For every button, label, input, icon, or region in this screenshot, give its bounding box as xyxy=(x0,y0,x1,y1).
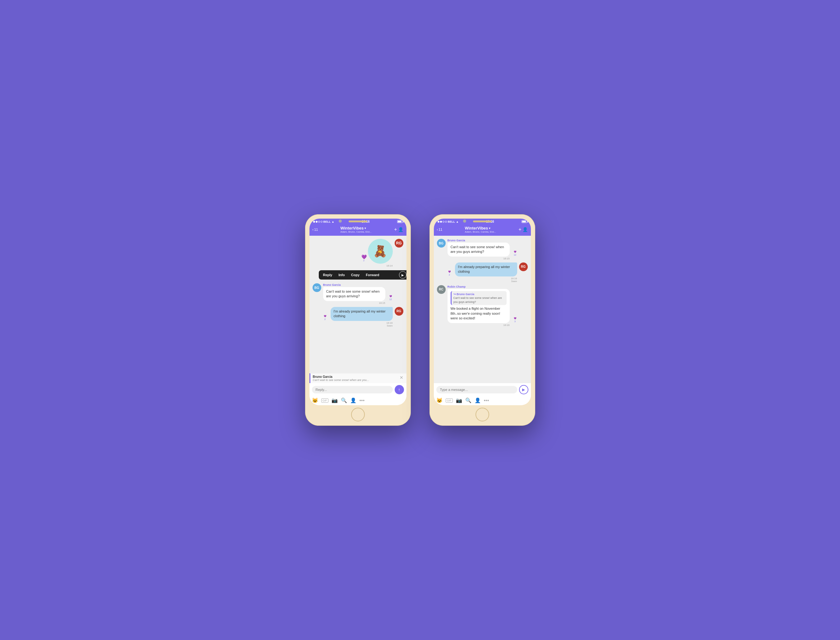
phone-2: BELL ▲ 16:16 ‹ 11 WinterVibe xyxy=(429,214,535,426)
camera-icon-1[interactable]: 📷 xyxy=(331,397,338,403)
person-icon-toolbar-1[interactable]: 👤 xyxy=(350,397,357,403)
bubble-wrapper-robin-2: Robin Champ ↪ Bruno Garcia Can't wait to… xyxy=(448,285,510,326)
bubble-wrapper-outgoing-2: I'm already preparing all my winter clot… xyxy=(455,262,517,283)
title-chevron-2: ▾ xyxy=(489,227,490,230)
dot-5 xyxy=(438,221,440,222)
message-input-2[interactable] xyxy=(436,386,517,394)
input-bar-1: ↑ xyxy=(309,383,406,396)
status-right-2 xyxy=(522,220,527,223)
search-icon-2[interactable]: 🔍 xyxy=(465,397,472,403)
sticker-like-1[interactable]: 💜 2 xyxy=(362,254,366,262)
play-button[interactable]: ▶ xyxy=(399,271,406,278)
avatar-robin-2: RC xyxy=(437,285,446,294)
message-row-bruno-2: BG Bruno Garcia Can't wait to see some s… xyxy=(437,239,528,260)
add-contact-button-1[interactable]: + 👤 xyxy=(394,227,403,232)
emoji-icon-1[interactable]: 😺 xyxy=(312,397,318,403)
sender-name-bruno-2: Bruno Garcia xyxy=(448,239,510,242)
quote-sender-robin: ↪ Bruno Garcia xyxy=(453,292,505,296)
like-count-outgoing-1: 2 xyxy=(324,318,326,321)
chat-area-2[interactable]: BG Bruno Garcia Can't wait to see some s… xyxy=(434,236,531,383)
dot-7 xyxy=(443,221,445,222)
chat-title-2[interactable]: WinterVibes ▾ xyxy=(465,226,496,230)
status-right-1 xyxy=(397,220,403,223)
sticker-avatar-1: RG xyxy=(395,239,403,248)
title-chevron-1: ▾ xyxy=(365,227,366,230)
like-bruno-2[interactable]: 💜 12 xyxy=(514,250,517,256)
heart-bruno-1: 💜 xyxy=(389,295,392,298)
send-button-1[interactable]: ↑ xyxy=(395,385,404,394)
message-row-robin-2: RC Robin Champ ↪ Bruno Garcia Can't wait… xyxy=(437,285,528,326)
dot-1 xyxy=(313,221,315,222)
dot-2 xyxy=(316,221,318,222)
sticker-time-1: 16:14 xyxy=(312,264,393,267)
add-contact-button-2[interactable]: + 👤 xyxy=(518,227,528,232)
status-left-2: BELL ▲ xyxy=(438,220,459,223)
dot-6 xyxy=(440,221,442,222)
chat-area-1[interactable]: 💜 2 🧸 RG 16:14 Reply Info Copy Forward ▶ xyxy=(309,236,406,373)
message-row-bruno-1: BG Bruno Garcia Can't wait to see some s… xyxy=(312,283,403,304)
info-button[interactable]: Info xyxy=(335,270,348,280)
back-chevron-2: ‹ xyxy=(437,228,438,231)
phone-1-screen: BELL ▲ 16:16 ‹ 11 WinterVibe xyxy=(309,219,406,405)
avatar-initials-bruno-1: BG xyxy=(314,286,319,290)
message-row-outgoing-1: I'm already preparing all my winter clot… xyxy=(312,307,403,327)
add-icon-1: + xyxy=(394,227,397,232)
avatar-bruno-1: BG xyxy=(312,283,321,292)
input-bar-2: ▶ xyxy=(434,383,531,396)
heart-icon-sticker: 💜 xyxy=(362,254,366,259)
gif-icon-1[interactable]: GIF xyxy=(321,398,328,403)
dot-3 xyxy=(318,221,320,222)
like-outgoing-2[interactable]: 💜 2 xyxy=(448,270,451,277)
battery-fill-2 xyxy=(522,221,526,222)
like-count-bruno-2: 12 xyxy=(514,253,516,256)
home-button-1[interactable] xyxy=(351,408,365,421)
camera-icon-2[interactable]: 📷 xyxy=(456,397,462,403)
toolbar-1: 😺 GIF 📷 🔍 👤 ••• xyxy=(309,396,406,405)
more-icon-2[interactable]: ••• xyxy=(484,398,489,403)
reply-preview-1: Can't wait to see some snow! when are yo… xyxy=(313,378,369,382)
reply-close-button-1[interactable]: ✕ xyxy=(400,375,403,380)
like-robin-2[interactable]: 💜 3 xyxy=(514,317,517,323)
reply-bar-1: Bruno Garcia Can't wait to see some snow… xyxy=(309,373,406,383)
send-button-2[interactable]: ▶ xyxy=(519,385,528,394)
sender-name-robin-2: Robin Champ xyxy=(448,285,510,288)
nav-center-2: WinterVibes ▾ Adam, Bruno, Camiia, Eloi.… xyxy=(465,226,496,233)
copy-button[interactable]: Copy xyxy=(348,270,363,280)
message-input-1[interactable] xyxy=(312,386,393,394)
message-text-bruno-2: Can't wait to see some snow! when are yo… xyxy=(451,245,504,253)
forward-button[interactable]: Forward xyxy=(363,270,382,280)
emoji-icon-2[interactable]: 😺 xyxy=(436,397,443,403)
carrier-label-1: BELL xyxy=(323,220,331,223)
reply-sender-1: Bruno Garcia xyxy=(313,375,369,378)
chat-title-1[interactable]: WinterVibes ▾ xyxy=(341,226,372,230)
like-bruno-1[interactable]: 💜 12 xyxy=(389,295,392,301)
dot-8 xyxy=(445,221,447,222)
message-bubble-outgoing-2: I'm already preparing all my winter clot… xyxy=(455,262,517,277)
sticker-1: 🧸 xyxy=(368,239,393,264)
scene: BELL ▲ 16:16 ‹ 11 WinterVibe xyxy=(293,202,548,438)
dot-4 xyxy=(321,221,323,222)
sticker-wrapper-1: 🧸 RG xyxy=(368,239,403,264)
back-button-2[interactable]: ‹ 11 xyxy=(437,228,443,231)
back-button-1[interactable]: ‹ 11 xyxy=(312,228,318,231)
like-count-robin-2: 3 xyxy=(514,320,516,323)
like-count-outgoing-2: 2 xyxy=(449,274,450,277)
time-outgoing-1: 16:16 xyxy=(386,322,392,324)
person-icon-2: 👤 xyxy=(522,227,528,232)
person-icon-toolbar-2[interactable]: 👤 xyxy=(475,397,481,403)
status-time-1: 16:16 xyxy=(362,220,370,223)
sticker-like-count: 2 xyxy=(363,259,365,262)
carrier-label-2: BELL xyxy=(448,220,455,223)
search-icon-1[interactable]: 🔍 xyxy=(341,397,347,403)
message-text-robin-2: We booked a flight on November 8th..so w… xyxy=(451,307,501,320)
reply-button[interactable]: Reply xyxy=(320,270,336,280)
like-outgoing-1[interactable]: 💜 2 xyxy=(324,315,326,321)
gif-icon-2[interactable]: GIF xyxy=(446,398,453,403)
status-bar-2: BELL ▲ 16:16 xyxy=(434,219,531,224)
back-chevron-1: ‹ xyxy=(312,228,314,231)
nav-bar-2: ‹ 11 WinterVibes ▾ Adam, Bruno, Camiia, … xyxy=(434,224,531,236)
more-icon-1[interactable]: ••• xyxy=(360,398,365,403)
battery-fill-1 xyxy=(398,221,402,222)
home-button-2[interactable] xyxy=(475,408,489,421)
message-text-outgoing-2: I'm already preparing all my winter clot… xyxy=(458,265,510,274)
